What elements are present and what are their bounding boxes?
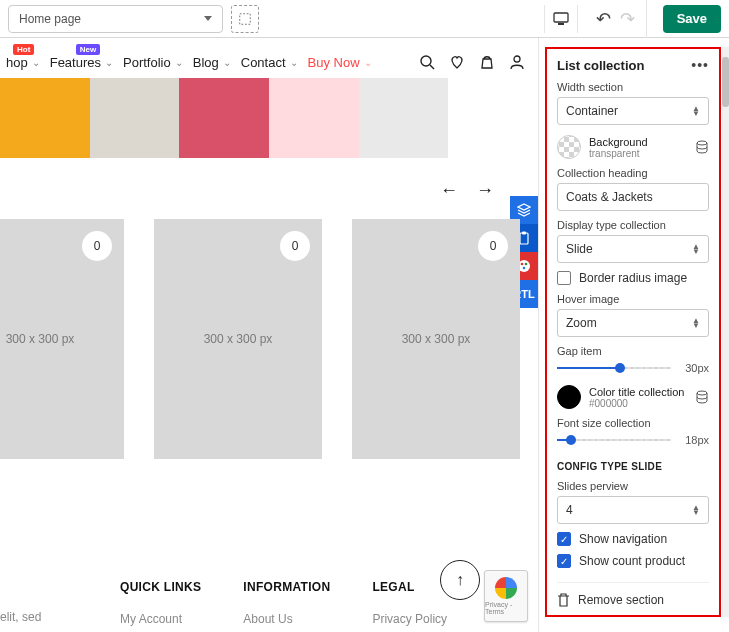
font-size-value: 18px xyxy=(679,434,709,446)
background-label: Background xyxy=(589,136,648,148)
prev-arrow-icon[interactable]: ← xyxy=(440,180,458,201)
chevron-down-icon: ⌄ xyxy=(364,57,372,68)
account-icon[interactable] xyxy=(508,53,526,71)
nav-label: Blog xyxy=(193,55,219,70)
page-select[interactable]: Home page xyxy=(8,5,223,33)
font-size-slider[interactable] xyxy=(557,433,671,447)
dynamic-source-icon[interactable] xyxy=(695,140,709,154)
undo-button[interactable]: ↶ xyxy=(592,7,616,31)
remove-section-button[interactable]: Remove section xyxy=(557,582,709,607)
svg-rect-1 xyxy=(554,13,568,22)
badge-new: New xyxy=(76,44,100,55)
nav-item-shop[interactable]: Hot hop ⌄ xyxy=(4,51,42,74)
panel-scrollbar[interactable] xyxy=(722,47,729,617)
hover-image-select[interactable]: Zoom ▲▼ xyxy=(557,309,709,337)
svg-point-10 xyxy=(525,263,528,266)
section-picker-button[interactable] xyxy=(231,5,259,33)
display-type-select[interactable]: Slide ▲▼ xyxy=(557,235,709,263)
collection-card[interactable]: 0 300 x 300 px xyxy=(0,219,124,459)
nav-label: Features xyxy=(50,55,101,70)
badge-hot: Hot xyxy=(13,44,34,55)
search-icon[interactable] xyxy=(418,53,436,71)
select-stepper-icon: ▲▼ xyxy=(692,244,700,254)
collection-card[interactable]: 0 300 x 300 px xyxy=(154,219,322,459)
product-count-badge: 0 xyxy=(478,231,508,261)
chevron-down-icon: ⌄ xyxy=(223,57,231,68)
field-label: Width section xyxy=(557,81,709,93)
gap-item-value: 30px xyxy=(679,362,709,374)
footer-link[interactable]: My Account xyxy=(120,612,201,626)
select-value: Zoom xyxy=(566,316,597,330)
checkbox-checked-icon: ✓ xyxy=(557,554,571,568)
field-label: Collection heading xyxy=(557,167,709,179)
footer-col-title: LEGAL xyxy=(372,580,447,594)
color-title-value: #000000 xyxy=(589,398,684,409)
cart-icon[interactable] xyxy=(478,53,496,71)
undo-redo-group: ↶ ↷ xyxy=(586,0,647,38)
nav-item-contact[interactable]: Contact ⌄ xyxy=(239,51,300,74)
more-options-icon[interactable]: ••• xyxy=(691,57,709,73)
footer-link[interactable]: About Us xyxy=(243,612,330,626)
select-stepper-icon: ▲▼ xyxy=(692,318,700,328)
field-label: Font size collection xyxy=(557,417,709,429)
nav-item-blog[interactable]: Blog ⌄ xyxy=(191,51,233,74)
show-count-product-checkbox[interactable]: ✓ Show count product xyxy=(557,554,709,568)
footer-intro-text: elit, sed xyxy=(0,610,41,624)
nav-label: Buy Now xyxy=(308,55,360,70)
device-desktop-button[interactable] xyxy=(544,5,578,33)
checkbox-label: Show navigation xyxy=(579,532,667,546)
select-value: Slide xyxy=(566,242,593,256)
slides-perview-select[interactable]: 4 ▲▼ xyxy=(557,496,709,524)
chevron-down-icon: ⌄ xyxy=(105,57,113,68)
svg-rect-0 xyxy=(240,13,251,24)
select-value: Container xyxy=(566,104,618,118)
next-arrow-icon[interactable]: → xyxy=(476,180,494,201)
hero-image-strip xyxy=(0,78,538,158)
background-swatch[interactable] xyxy=(557,135,581,159)
footer-col-title: INFORMATION xyxy=(243,580,330,594)
footer-col-title: QUICK LINKS xyxy=(120,580,201,594)
background-value: transparent xyxy=(589,148,648,159)
nav-label: Contact xyxy=(241,55,286,70)
wishlist-icon[interactable] xyxy=(448,53,466,71)
preview-area: Hot hop ⌄ New Features ⌄ Portfolio ⌄ Blo… xyxy=(0,38,539,632)
product-count-badge: 0 xyxy=(280,231,310,261)
recaptcha-text: Privacy - Terms xyxy=(485,601,527,615)
select-stepper-icon: ▲▼ xyxy=(692,106,700,116)
svg-point-13 xyxy=(697,391,707,395)
gap-item-slider[interactable] xyxy=(557,361,671,375)
panel-title: List collection xyxy=(557,58,644,73)
select-value: 4 xyxy=(566,503,573,517)
color-title-swatch[interactable] xyxy=(557,385,581,409)
scroll-to-top-button[interactable]: ↑ xyxy=(440,560,480,600)
footer-col-information: INFORMATION About Us xyxy=(243,580,330,632)
footer-link[interactable]: Privacy Policy xyxy=(372,612,447,626)
save-button[interactable]: Save xyxy=(663,5,721,33)
show-navigation-checkbox[interactable]: ✓ Show navigation xyxy=(557,532,709,546)
nav-label: hop xyxy=(6,55,28,70)
select-stepper-icon: ▲▼ xyxy=(692,505,700,515)
dynamic-source-icon[interactable] xyxy=(695,390,709,404)
checkbox-unchecked-icon xyxy=(557,271,571,285)
footer-col-legal: LEGAL Privacy Policy xyxy=(372,580,447,632)
svg-rect-2 xyxy=(558,23,564,25)
placeholder-text: 300 x 300 px xyxy=(6,332,75,346)
color-title-label: Color title collection xyxy=(589,386,684,398)
collection-card[interactable]: 0 300 x 300 px xyxy=(352,219,520,459)
border-radius-checkbox[interactable]: Border radius image xyxy=(557,271,709,285)
nav-label: Portfolio xyxy=(123,55,171,70)
recaptcha-badge: Privacy - Terms xyxy=(484,570,528,622)
collection-heading-input[interactable] xyxy=(557,183,709,211)
nav-item-buy-now[interactable]: Buy Now ⌄ xyxy=(306,51,374,74)
svg-point-11 xyxy=(523,267,526,270)
trash-icon xyxy=(557,593,570,607)
checkbox-label: Show count product xyxy=(579,554,685,568)
width-section-select[interactable]: Container ▲▼ xyxy=(557,97,709,125)
svg-rect-7 xyxy=(522,232,526,235)
nav-item-portfolio[interactable]: Portfolio ⌄ xyxy=(121,51,185,74)
svg-point-5 xyxy=(514,56,520,62)
remove-section-label: Remove section xyxy=(578,593,664,607)
svg-point-9 xyxy=(521,263,524,266)
placeholder-text: 300 x 300 px xyxy=(402,332,471,346)
nav-item-features[interactable]: New Features ⌄ xyxy=(48,51,115,74)
